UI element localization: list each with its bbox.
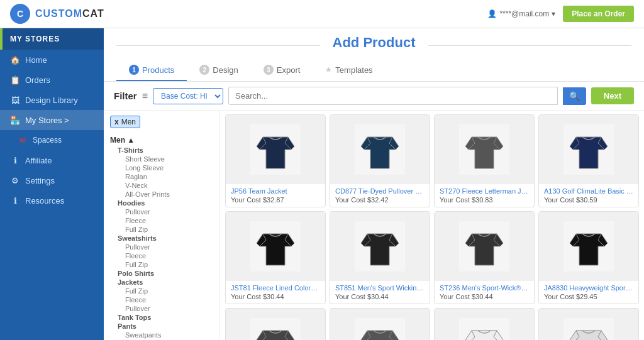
product-image [435, 309, 534, 340]
product-card[interactable]: JP56 Team Jacket Your Cost $32.87 [225, 114, 326, 207]
category-item-sweatpants[interactable]: Sweatpants [110, 331, 213, 339]
category-item-full-zip[interactable]: Full Zip [110, 287, 213, 295]
sidebar-item-orders[interactable]: 📋 Orders [0, 70, 104, 90]
product-image [226, 115, 325, 184]
product-name: JP56 Team Jacket [231, 187, 320, 195]
tab-export-num: 3 [264, 65, 274, 75]
category-sub-sweatshirts[interactable]: Sweatshirts [110, 234, 213, 243]
filter-close-icon[interactable]: x [114, 118, 119, 126]
product-cost: Your Cost $29.45 [544, 293, 633, 300]
tab-products-num: 1 [129, 65, 139, 75]
woo-icon: W [18, 135, 28, 145]
place-order-button[interactable]: Place an Order [563, 6, 634, 22]
filter-icon[interactable]: ≡ [142, 90, 148, 102]
tab-templates[interactable]: ★ Templates [313, 60, 385, 81]
category-item-full-zip[interactable]: Full Zip [110, 260, 213, 269]
logo-text: CUSTOMCAT [35, 8, 104, 19]
logo-icon: C [10, 4, 30, 24]
category-item-raglan[interactable]: Raglan [110, 172, 213, 181]
product-cost: Your Cost $32.42 [335, 196, 425, 204]
products-grid: JP56 Team Jacket Your Cost $32.87 CD877 … [225, 114, 639, 340]
product-card[interactable]: Men's Full Zip Your Cost $25.99 [538, 308, 639, 340]
product-name: ST851 Men's Sport Wicking ... [335, 284, 425, 292]
product-image [330, 115, 430, 184]
sidebar-item-affiliate[interactable]: ℹ Affiliate [0, 150, 104, 170]
page-title: Add Product [320, 35, 428, 51]
product-cost: Your Cost $30.59 [544, 196, 633, 204]
sidebar-item-home[interactable]: 🏠 Home [0, 50, 104, 70]
my-stores-icon: 🏪 [10, 115, 20, 125]
tab-export[interactable]: 3 Export [251, 60, 313, 81]
top-header: C CUSTOMCAT 👤 ****@mail.com ▾ Place an O… [0, 0, 644, 28]
product-card[interactable]: Men's Zip Hoodie Your Cost $27.50 [330, 308, 430, 340]
product-name: JA8830 Heavyweight Sport L... [544, 284, 633, 292]
sidebar-item-resources[interactable]: ℹ Resources [0, 190, 104, 211]
product-card[interactable]: JA8830 Heavyweight Sport L... Your Cost … [538, 211, 639, 304]
product-image [330, 212, 430, 281]
category-item-long-sleeve[interactable]: Long Sleeve [110, 163, 213, 172]
sidebar-item-design-library[interactable]: 🖼 Design Library [0, 90, 104, 110]
tabs: 1 Products 2 Design 3 Export ★ Templates [116, 60, 631, 81]
header-right: 👤 ****@mail.com ▾ Place an Order [487, 6, 634, 22]
product-card[interactable]: ST236 Men's Sport-Wick® F... Your Cost $… [434, 211, 535, 304]
product-card[interactable]: A130 Golf ClimaLite Basic Pe... Your Cos… [538, 114, 639, 207]
category-item-pullover[interactable]: Pullover [110, 243, 213, 251]
next-button[interactable]: Next [591, 87, 634, 104]
category-item-fleece[interactable]: Fleece [110, 216, 213, 225]
search-input[interactable] [228, 87, 558, 105]
category-item-all-over-prints[interactable]: All-Over Prints [110, 190, 213, 199]
product-cost: Your Cost $30.44 [335, 293, 425, 300]
product-name: CD877 Tie-Dyed Pullover H... [335, 187, 425, 195]
affiliate-icon: ℹ [10, 155, 20, 165]
product-card[interactable]: ST851 Men's Sport Wicking ... Your Cost … [330, 211, 430, 304]
main-layout: MY STORES 🏠 Home 📋 Orders 🖼 Design Libra… [0, 28, 644, 340]
search-button[interactable]: 🔍 [563, 87, 586, 105]
product-card[interactable]: Men's Light Jacket Your Cost $26.99 [434, 308, 535, 340]
product-image [330, 309, 430, 340]
product-image [226, 309, 325, 340]
filter-tree: Men ▲T-ShirtsShort SleeveLong SleeveRagl… [110, 134, 213, 340]
category-men-header[interactable]: Men ▲ [110, 134, 213, 146]
category-item-full-zip[interactable]: Full Zip [110, 225, 213, 234]
product-name: A130 Golf ClimaLite Basic Pe... [544, 187, 633, 195]
category-item-short-sleeve[interactable]: Short Sleeve [110, 155, 213, 163]
base-cost-select[interactable]: Base Cost: Hi [153, 88, 223, 104]
orders-icon: 📋 [10, 75, 20, 85]
product-image [539, 212, 638, 281]
category-item-pullover[interactable]: Pullover [110, 207, 213, 216]
product-card[interactable]: Men's Jacket Style Your Cost $28.99 [225, 308, 326, 340]
product-card[interactable]: ST270 Fleece Letterman Jac... Your Cost … [434, 114, 535, 207]
category-item-fleece[interactable]: Fleece [110, 251, 213, 260]
category-item-v-neck[interactable]: V-Neck [110, 181, 213, 190]
product-image [226, 212, 325, 281]
category-sub-t-shirts[interactable]: T-Shirts [110, 146, 213, 155]
category-item-fleece[interactable]: Fleece [110, 295, 213, 304]
product-cost: Your Cost $30.44 [231, 293, 320, 300]
product-card[interactable]: JST81 Fleece Lined Colorbl... Your Cost … [225, 211, 326, 304]
tab-design-num: 2 [199, 65, 209, 75]
page-header: Add Product 1 Products 2 Design 3 Export… [104, 28, 644, 82]
filter-label: Filter [114, 90, 137, 101]
category-item-pullover[interactable]: Pullover [110, 304, 213, 313]
product-image [435, 115, 534, 184]
tab-products[interactable]: 1 Products [116, 60, 187, 81]
product-cost: Your Cost $30.83 [440, 196, 529, 204]
sidebar-item-spacess[interactable]: W Spacess [0, 130, 104, 150]
product-card[interactable]: CD877 Tie-Dyed Pullover H... Your Cost $… [330, 114, 430, 207]
product-image [435, 212, 534, 281]
sidebar-item-my-stores[interactable]: 🏪 My Stores > [0, 110, 104, 130]
category-sub-pants[interactable]: Pants [110, 322, 213, 331]
sidebar-item-settings[interactable]: ⚙ Settings [0, 170, 104, 190]
logo: C CUSTOMCAT [10, 4, 104, 24]
product-image [539, 115, 638, 184]
home-icon: 🏠 [10, 55, 20, 65]
category-sub-hoodies[interactable]: Hoodies [110, 199, 213, 207]
active-filter-tag: x Men [110, 116, 213, 131]
tab-design[interactable]: 2 Design [187, 60, 250, 81]
category-sub-polo-shirts[interactable]: Polo Shirts [110, 269, 213, 278]
category-sub-jackets[interactable]: Jackets [110, 278, 213, 287]
product-image [539, 309, 638, 340]
settings-icon: ⚙ [10, 175, 20, 185]
resources-icon: ℹ [10, 195, 20, 206]
category-sub-tank-tops[interactable]: Tank Tops [110, 313, 213, 322]
